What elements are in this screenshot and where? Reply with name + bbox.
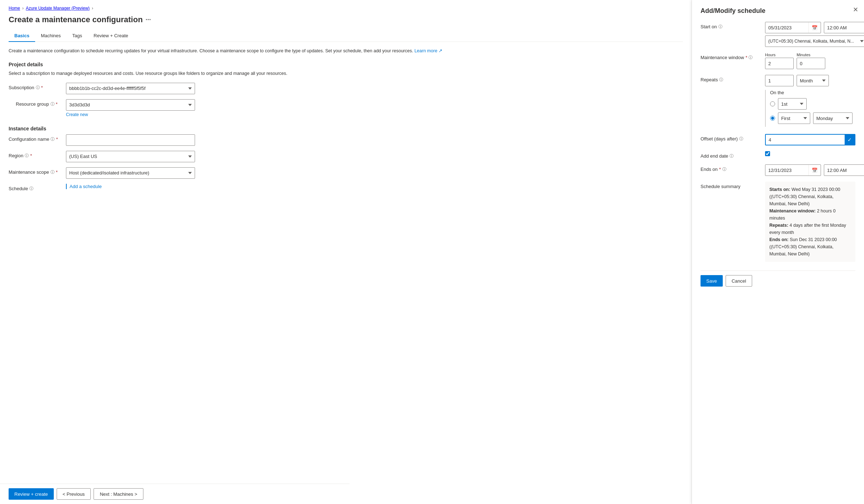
day-of-week-select[interactable]: Monday bbox=[813, 112, 853, 124]
maintenance-scope-group: Maintenance scope ⓘ * Host (dedicated/is… bbox=[9, 167, 683, 179]
schedule-summary-row: Schedule summary Starts on: Wed May 31 2… bbox=[701, 182, 855, 262]
config-name-info-icon[interactable]: ⓘ bbox=[51, 136, 54, 142]
schedule-summary-content: Starts on: Wed May 31 2023 00:00 ((UTC+0… bbox=[765, 182, 855, 262]
ends-on-row: Ends on * ⓘ 📅 bbox=[701, 164, 855, 176]
previous-button[interactable]: < Previous bbox=[57, 488, 91, 500]
start-on-date-input[interactable] bbox=[765, 22, 808, 33]
offset-input[interactable] bbox=[766, 135, 845, 145]
config-name-label: Configuration name bbox=[9, 136, 49, 142]
radio-ordinal[interactable] bbox=[770, 116, 775, 121]
start-on-info-icon[interactable]: ⓘ bbox=[718, 24, 722, 29]
start-on-calendar-icon[interactable]: 📅 bbox=[808, 22, 821, 33]
learn-more-link[interactable]: Learn more ↗ bbox=[414, 48, 442, 53]
breadcrumb: Home › Azure Update Manager (Preview) › bbox=[9, 6, 683, 11]
maintenance-window-label: Maintenance window bbox=[701, 55, 744, 60]
repeats-label: Repeats bbox=[701, 77, 718, 82]
close-button[interactable]: ✕ bbox=[853, 6, 858, 14]
add-end-date-label: Add end date bbox=[701, 153, 728, 159]
offset-info-icon[interactable]: ⓘ bbox=[739, 136, 743, 141]
description: Create a maintenance configuration to sc… bbox=[9, 48, 683, 54]
tab-tags[interactable]: Tags bbox=[67, 30, 88, 42]
config-name-group: Configuration name ⓘ * bbox=[9, 134, 683, 146]
add-end-date-checkbox[interactable] bbox=[765, 151, 770, 156]
repeats-unit-select[interactable]: Month bbox=[797, 75, 829, 86]
minutes-input[interactable] bbox=[797, 58, 825, 69]
tabs: Basics Machines Tags Review + Create bbox=[9, 30, 683, 42]
timezone-select[interactable]: (UTC+05:30) Chennai, Kolkata, Mumbai, N.… bbox=[765, 35, 864, 47]
schedule-info-icon[interactable]: ⓘ bbox=[29, 186, 33, 191]
offset-wrap: ✓ bbox=[765, 134, 855, 145]
subscription-select[interactable]: bbbb1b1b-cc2c-dd3d-ee4e-ffffff5f5f5f bbox=[66, 83, 195, 94]
tab-review-create[interactable]: Review + Create bbox=[88, 30, 134, 42]
right-panel: Add/Modify schedule ✕ Start on ⓘ 📅 (UTC+… bbox=[692, 0, 864, 504]
tab-machines[interactable]: Machines bbox=[35, 30, 67, 42]
ends-on-time-input[interactable] bbox=[824, 164, 864, 176]
review-create-button[interactable]: Review + create bbox=[9, 488, 54, 500]
cancel-button[interactable]: Cancel bbox=[726, 275, 752, 287]
hours-input[interactable] bbox=[765, 58, 794, 69]
subscription-group: Subscription ⓘ * bbbb1b1b-cc2c-dd3d-ee4e… bbox=[9, 83, 683, 94]
resource-group-info-icon[interactable]: ⓘ bbox=[51, 101, 54, 107]
ends-on-calendar-icon[interactable]: 📅 bbox=[808, 165, 821, 176]
page-title-ellipsis[interactable]: ··· bbox=[146, 16, 151, 24]
maintenance-scope-info-icon[interactable]: ⓘ bbox=[51, 169, 54, 175]
panel-title: Add/Modify schedule bbox=[701, 7, 855, 15]
schedule-label: Schedule bbox=[9, 186, 28, 191]
save-button[interactable]: Save bbox=[701, 275, 723, 287]
start-on-label: Start on bbox=[701, 24, 717, 29]
radio-day-number-row: 1st bbox=[770, 98, 855, 110]
starts-on-summary-label: Starts on: Wed May 31 2023 00:00 ((UTC+0… bbox=[769, 187, 840, 206]
subscription-info-icon[interactable]: ⓘ bbox=[36, 85, 40, 90]
project-details-sub: Select a subscription to manage deployed… bbox=[9, 70, 683, 77]
ends-on-summary-label: Ends on: Sun Dec 31 2023 00:00 ((UTC+05:… bbox=[769, 237, 837, 256]
day-number-select[interactable]: 1st bbox=[778, 98, 807, 110]
bottom-bar: Review + create < Previous Next : Machin… bbox=[0, 484, 350, 504]
project-details-header: Project details bbox=[9, 62, 683, 67]
region-select[interactable]: (US) East US bbox=[66, 151, 195, 162]
ends-on-label: Ends on bbox=[701, 167, 718, 172]
next-machines-button[interactable]: Next : Machines > bbox=[94, 488, 143, 500]
add-end-date-row: Add end date ⓘ bbox=[701, 151, 855, 159]
maintenance-window-info-icon[interactable]: ⓘ bbox=[749, 55, 753, 60]
offset-row: Offset (days after) ⓘ ✓ bbox=[701, 134, 855, 145]
create-new-link[interactable]: Create new bbox=[66, 112, 195, 117]
repeats-value-input[interactable] bbox=[765, 75, 794, 86]
ends-on-info-icon[interactable]: ⓘ bbox=[722, 167, 726, 172]
start-on-date-wrap: 📅 bbox=[765, 22, 821, 33]
maintenance-scope-label: Maintenance scope bbox=[9, 169, 49, 175]
on-the-section: On the 1st First Monday bbox=[765, 90, 855, 127]
maintenance-scope-select[interactable]: Host (dedicated/isolated infrastructure) bbox=[66, 167, 195, 179]
ordinal-select[interactable]: First bbox=[778, 112, 810, 124]
subscription-label: Subscription bbox=[9, 85, 34, 90]
hours-label: Hours bbox=[765, 53, 794, 57]
resource-group-group: Resource group ⓘ * 3d3d3d3d Create new bbox=[9, 99, 683, 117]
schedule-group: Schedule ⓘ Add a schedule bbox=[9, 184, 683, 191]
add-end-date-info-icon[interactable]: ⓘ bbox=[730, 153, 734, 159]
repeats-info-icon[interactable]: ⓘ bbox=[719, 77, 723, 82]
tab-basics[interactable]: Basics bbox=[9, 30, 35, 42]
start-on-time-input[interactable] bbox=[824, 22, 864, 33]
resource-group-label: Resource group bbox=[16, 101, 49, 107]
resource-group-select[interactable]: 3d3d3d3d bbox=[66, 99, 195, 111]
ends-on-date-wrap: 📅 bbox=[765, 164, 821, 176]
on-the-label: On the bbox=[770, 90, 855, 95]
page-title: Create a maintenance configuration bbox=[9, 15, 143, 24]
radio-ordinal-row: First Monday bbox=[770, 112, 855, 124]
start-on-row: Start on ⓘ 📅 (UTC+05:30) Chennai, Kolkat… bbox=[701, 22, 855, 47]
breadcrumb-home[interactable]: Home bbox=[9, 6, 20, 11]
schedule-summary-label: Schedule summary bbox=[701, 184, 740, 189]
config-name-input[interactable] bbox=[66, 134, 195, 146]
radio-day-number[interactable] bbox=[770, 101, 775, 106]
offset-label: Offset (days after) bbox=[701, 136, 738, 141]
add-schedule-link[interactable]: Add a schedule bbox=[70, 184, 102, 189]
maintenance-window-row: Maintenance window * ⓘ Hours Minutes bbox=[701, 53, 855, 69]
offset-check-icon[interactable]: ✓ bbox=[845, 135, 855, 145]
region-label: Region bbox=[9, 153, 23, 158]
repeats-summary-label: Repeats: 4 days after the first Monday e… bbox=[769, 223, 846, 235]
rp-bottom-bar: Save Cancel bbox=[701, 270, 855, 287]
ends-on-date-input[interactable] bbox=[765, 165, 808, 176]
minutes-label: Minutes bbox=[797, 53, 825, 57]
breadcrumb-parent[interactable]: Azure Update Manager (Preview) bbox=[26, 6, 90, 11]
region-info-icon[interactable]: ⓘ bbox=[25, 153, 29, 158]
repeats-row: Repeats ⓘ Month On the 1st bbox=[701, 75, 855, 128]
